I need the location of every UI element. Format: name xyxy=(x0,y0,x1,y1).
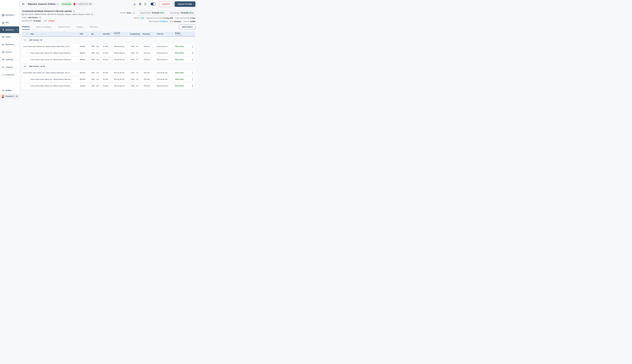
price-unit-cell xyxy=(142,50,156,56)
tab-products[interactable]: Products xyxy=(22,24,30,30)
refresh-icon[interactable] xyxy=(133,12,135,14)
tab-vendors[interactable]: Vendors xyxy=(76,24,83,30)
assigned-qty-input[interactable] xyxy=(130,71,135,75)
price-unit-input[interactable] xyxy=(143,71,151,75)
price-unit-cell xyxy=(142,83,156,89)
price-unit-input[interactable] xyxy=(143,44,151,48)
margin-cell: ₹200 (10%) xyxy=(174,70,195,76)
col-total-cp: Total CP xyxy=(156,32,174,36)
assigned-qty-input[interactable] xyxy=(130,77,135,81)
sidebar-item-dashboard[interactable]: Dashboard xyxy=(0,11,19,19)
edit-company-icon[interactable] xyxy=(73,10,75,12)
price-unit-input[interactable] xyxy=(143,84,151,88)
tab-terms-conditions[interactable]: Terms & Conditions xyxy=(36,24,52,30)
vendor-group-header[interactable]: ABC Vendor - ID xyxy=(22,37,195,43)
logout-icon[interactable] xyxy=(16,95,18,98)
kebab-menu-icon[interactable] xyxy=(192,58,194,61)
file-export-icon[interactable] xyxy=(144,3,147,5)
sidebar-item-catalogue[interactable]: Catalouge xyxy=(0,56,19,64)
total-cp-cell: ₹25,34,45,232 xyxy=(156,56,174,63)
chevron-right-icon xyxy=(17,67,18,68)
bar-chart-icon xyxy=(2,22,4,24)
sidebar-item-warehouse[interactable]: Warehouse xyxy=(0,41,19,48)
margin-cell: ₹200 (10%) xyxy=(174,76,195,82)
unit-rate-cell: ₹2,500 xyxy=(102,56,112,63)
sidebar-item-label: Finance xyxy=(6,51,17,53)
chevron-right-icon xyxy=(17,22,18,23)
unit-rate-cell: ₹2,500 xyxy=(102,83,112,89)
status-toggle[interactable] xyxy=(150,3,156,6)
convert-to-order-button[interactable]: Convert To Order xyxy=(174,2,196,7)
available-limit-value: ₹1,00,000 xyxy=(34,20,41,22)
sidebar-item-quotations[interactable]: ₹ Quotations xyxy=(0,26,19,33)
edit-address-icon[interactable] xyxy=(91,14,93,15)
kebab-menu-icon[interactable] xyxy=(192,78,194,81)
add-product-button[interactable]: Add Product xyxy=(179,24,196,29)
edit-title-icon[interactable] xyxy=(57,3,58,5)
kebab-menu-icon[interactable] xyxy=(192,71,194,74)
pincode-select[interactable]: Pincode: Select xyxy=(120,12,135,14)
rate-contract-link[interactable]: RC/2526/01 xyxy=(160,20,168,22)
sidebar-item-community[interactable]: Community xyxy=(0,71,19,78)
vendor-group-header[interactable]: ABC Vendor - ID (1) xyxy=(22,63,195,70)
download-icon[interactable] xyxy=(133,3,136,5)
chevron-right-icon xyxy=(17,36,18,38)
price-unit-cell xyxy=(142,76,156,82)
tab-document[interactable]: Document xyxy=(90,24,98,30)
company-block: STUDIOKON INTERIOR PRODUCTS PRIVATE LIMI… xyxy=(22,10,93,22)
valid-till-pill: Valid Till Jul 31 ,025 xyxy=(76,2,94,6)
city: City: Gurugram xyxy=(170,20,181,22)
sidebar-item-label: LMS xyxy=(6,22,17,24)
qty-cell: 1500Pcs xyxy=(90,76,102,82)
edit-project-icon[interactable] xyxy=(39,16,41,18)
calculator-icon xyxy=(2,51,4,53)
chevron-up-icon xyxy=(24,40,26,40)
kebab-menu-icon[interactable] xyxy=(192,52,194,55)
tabs-bar: Products Terms & Conditions Payment Term… xyxy=(19,24,198,30)
chevron-up-icon xyxy=(24,66,26,67)
assigned-qty-input[interactable] xyxy=(130,51,135,55)
price-unit-cell xyxy=(142,43,156,50)
gross-margin-label: Gross Margin : xyxy=(170,12,181,14)
tab-payment-terms[interactable]: Payment Terms xyxy=(58,24,70,30)
kebab-menu-icon[interactable] xyxy=(192,84,194,88)
sidebar-item-customer[interactable]: Customer xyxy=(0,64,19,71)
sidebar-item-label: Customer xyxy=(6,66,17,68)
kebab-menu-icon[interactable] xyxy=(192,45,194,48)
table-row: Asian Paints Apex Ultima 18 L White Exte… xyxy=(22,70,195,76)
assigned-qty-input[interactable] xyxy=(130,44,135,48)
sidebar-item-finance[interactable]: Finance xyxy=(0,48,19,56)
total-sp-cell: ₹25,34,45,232 xyxy=(112,50,128,56)
col-total-sp: Total SP(Incl. Tax ) xyxy=(112,32,128,36)
select-all-checkbox[interactable] xyxy=(24,33,26,35)
row-checkbox[interactable] xyxy=(25,59,27,61)
unit-rate-cell: ₹2,500 xyxy=(102,70,112,76)
price-unit-input[interactable] xyxy=(143,58,151,62)
row-select-cell xyxy=(22,56,29,63)
assigned-qty-input[interactable] xyxy=(130,84,135,88)
row-checkbox[interactable] xyxy=(25,85,27,87)
page-title: Rajwood, Gypsum, Kolkata xyxy=(28,3,56,5)
save-icon[interactable] xyxy=(139,3,141,5)
qty-cell: 1500Pcs xyxy=(90,83,102,89)
row-checkbox[interactable] xyxy=(25,78,27,80)
user-profile[interactable]: Prashant P xyxy=(0,94,19,99)
sidebar-item-orders[interactable]: Orders xyxy=(0,33,19,41)
unit-rate-cell: ₹2,500 xyxy=(102,50,112,56)
price-unit-input[interactable] xyxy=(143,51,151,55)
price-unit-input[interactable] xyxy=(143,77,151,81)
back-arrow-icon[interactable] xyxy=(22,2,25,6)
sidebar-item-lms[interactable]: LMS xyxy=(0,19,19,26)
cancel-pi-button[interactable]: Cancel PI xyxy=(159,2,173,7)
settings-label: Settings xyxy=(6,90,12,91)
row-checkbox[interactable] xyxy=(25,52,27,54)
sidebar-item-settings[interactable]: Settings xyxy=(0,87,19,94)
pdf-file-icon[interactable] xyxy=(74,3,76,5)
select-dropdown-icon[interactable] xyxy=(26,34,28,34)
rfq-id-link[interactable]: 3260 xyxy=(140,17,144,19)
assigned-qty-input[interactable] xyxy=(130,58,135,62)
gross-margin-card: Gross Margin : ₹3,00,000 (50%) xyxy=(168,10,196,16)
sidebar-item-label: Community xyxy=(6,74,17,76)
user-name: Prashant P xyxy=(6,96,15,97)
chevron-right-icon xyxy=(17,74,18,75)
